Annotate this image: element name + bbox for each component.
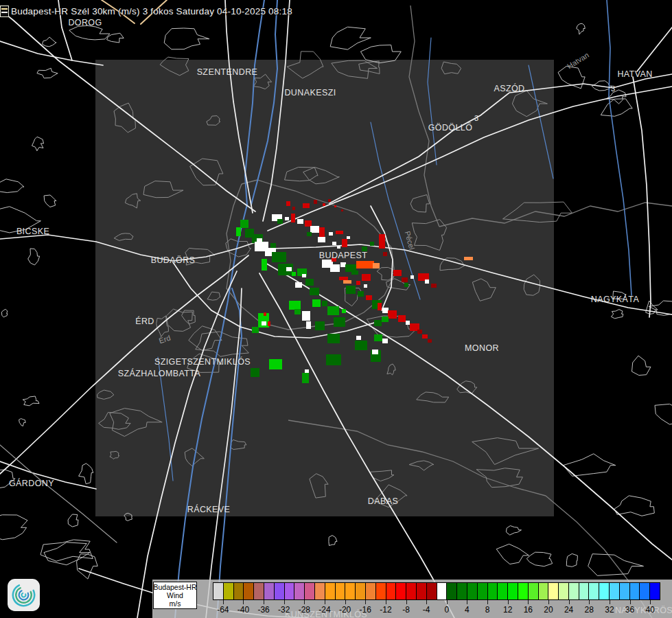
radar-echo (292, 272, 296, 276)
legend-color-cell (437, 583, 447, 599)
radar-echo (339, 277, 348, 280)
legend-product-unit: m/s (170, 599, 181, 608)
radar-echo (343, 280, 351, 284)
settlement-outline (23, 396, 39, 406)
legend-tick-label: 40 (645, 605, 654, 615)
legend-tick-label: 0 (444, 605, 449, 615)
settlement-outline (79, 464, 93, 484)
radar-echo (302, 311, 310, 321)
legend-tick-label: 32 (605, 605, 614, 615)
legend-color-cell (558, 583, 568, 599)
product-title: Budapest-HR Szél 30km (m/s) 3 fokos Satu… (11, 6, 292, 16)
settlement-outline (655, 404, 672, 424)
legend-color-cell (294, 583, 304, 599)
city-label-érd: ÉRD (135, 317, 154, 326)
radar-echo (251, 368, 259, 377)
radar-echo (326, 354, 341, 365)
city-label-nagykáta: NAGYKÁTA (591, 295, 639, 304)
city-label-százhalombatta: SZÁZHALOMBATTA (118, 369, 200, 378)
legend-product-box: Budapest-HR Wind m/s (153, 582, 197, 609)
legend-tick-label: 12 (503, 605, 512, 615)
settlement-outline (68, 514, 78, 527)
legend-color-cell (365, 583, 375, 599)
radar-echo (262, 321, 266, 325)
radar-echo (286, 201, 290, 206)
radar-echo (372, 350, 378, 354)
radar-echo (264, 312, 266, 316)
legend-color-cell (243, 583, 253, 599)
settlement-outline (0, 179, 24, 193)
legend-color-cell (335, 583, 345, 599)
city-label-dorog: DOROG (68, 18, 102, 27)
settlement-outline (164, 28, 209, 49)
radar-echo (295, 282, 302, 288)
legend-color-cell (497, 583, 507, 599)
radar-echo (417, 330, 422, 334)
legend-color-cell (548, 583, 558, 599)
radar-echo (364, 284, 367, 288)
legend-color-cell (446, 583, 456, 599)
radar-viewer: DOROGSZENTENDREDUNAKESZIASZÓDGÖDÖLLŐHATV… (0, 0, 672, 618)
legend-tick-label: -8 (402, 605, 410, 615)
radar-echo (329, 232, 333, 236)
radar-echo (310, 226, 319, 233)
radar-echo (382, 317, 389, 322)
legend-color-cell (487, 583, 498, 599)
radar-echo (328, 199, 331, 202)
radar-echo (240, 220, 248, 228)
settlement-outline (69, 25, 110, 40)
legend-color-scale: -64-40-36-32-28-24-20-16-12-8-4048121620… (213, 582, 660, 615)
legend-color-cell (355, 583, 365, 599)
city-label-aszód: ASZÓD (494, 84, 524, 93)
radar-echo (341, 209, 343, 211)
legend-cells (213, 582, 660, 600)
legend-tick-label: 4 (465, 605, 470, 615)
radar-echo (393, 270, 402, 276)
radar-echo (410, 275, 414, 279)
legend-color-cell (284, 583, 294, 599)
legend-color-cell (619, 583, 629, 599)
radar-echo (327, 306, 339, 315)
city-label-hatvan: HATVAN (617, 69, 652, 79)
legend-tick-label: -28 (299, 605, 310, 615)
radar-echo (315, 321, 325, 330)
legend-product-type: Wind (167, 591, 183, 599)
radar-echo (303, 203, 310, 208)
radar-echo (356, 336, 361, 340)
legend-bar: Budapest-HR Wind m/s -64-40-36-32-28-24-… (152, 580, 672, 618)
legend-tick-label: 16 (524, 605, 533, 615)
radar-echo (306, 321, 311, 329)
legend-color-cell (639, 583, 649, 599)
city-label-szentendre: SZENTENDRE (197, 67, 258, 77)
settlement-outline (614, 496, 654, 516)
radar-echo (330, 264, 340, 272)
legend-tick-labels: -64-40-36-32-28-24-20-16-12-8-4048121620… (213, 604, 660, 615)
radar-echo (342, 239, 347, 247)
legend-color-cell (629, 583, 640, 599)
legend-tick-label: -20 (339, 605, 351, 615)
radar-echo (292, 207, 295, 210)
spiral-icon (8, 579, 40, 611)
legend-color-cell (416, 583, 426, 599)
radar-echo (269, 359, 282, 369)
radar-echo (370, 242, 374, 246)
radar-echo (356, 281, 360, 285)
legend-tick-label: -16 (360, 605, 371, 615)
radar-echo (322, 301, 327, 306)
radar-echo (268, 321, 270, 326)
settlement-outline (330, 27, 371, 49)
legend-tick-label: -40 (237, 605, 249, 615)
radar-echo (337, 246, 340, 249)
legend-color-cell (213, 583, 223, 599)
city-label-bicske: BICSKE (16, 227, 49, 236)
legend-tick-label: 36 (625, 605, 634, 615)
radar-echo (310, 288, 319, 295)
radar-echo (383, 252, 387, 256)
settlement-outline (37, 68, 58, 78)
radar-echo (305, 220, 312, 227)
radar-echo (302, 274, 306, 277)
radar-echo (382, 308, 389, 313)
settlement-outline (566, 553, 577, 566)
radar-echo (402, 277, 408, 282)
radar-echo (272, 252, 286, 262)
